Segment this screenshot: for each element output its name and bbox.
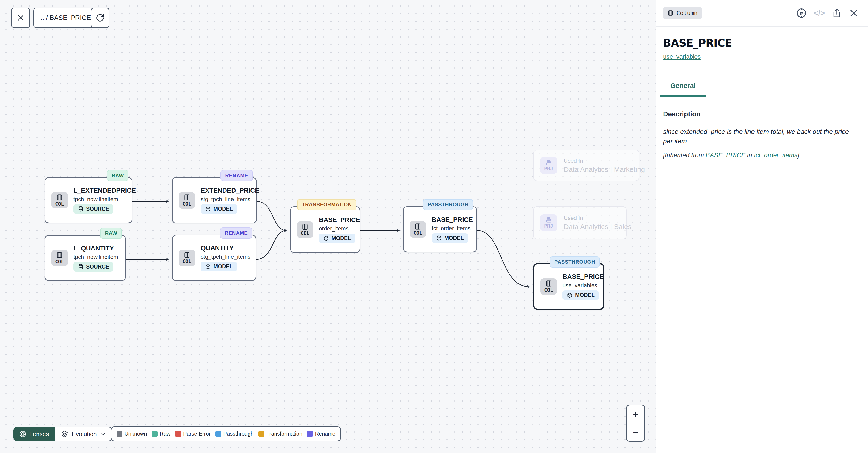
source-chip: SOURCE: [73, 262, 113, 272]
lineage-node-l-quantity[interactable]: RAW COL L_QUANTITY tpch_now.lineitem SOU…: [44, 235, 126, 281]
refresh-button[interactable]: [91, 7, 110, 28]
cube-icon: [567, 292, 573, 298]
zoom-in-button[interactable]: +: [627, 405, 644, 423]
project-kind-chip: PRJ: [540, 157, 557, 174]
share-button[interactable]: [831, 8, 842, 19]
legend-item-parse-error: Parse Error: [175, 431, 211, 437]
layers-icon: [61, 430, 68, 438]
zoom-out-button[interactable]: −: [627, 423, 644, 441]
lens-mode-dropdown[interactable]: Evolution: [55, 427, 113, 441]
stack-icon: [546, 159, 552, 166]
refresh-icon: [96, 13, 104, 22]
columns-icon: [56, 194, 63, 201]
legend-swatch: [175, 431, 181, 437]
close-icon: [17, 13, 25, 22]
close-icon: [849, 8, 859, 18]
inherited-column-link[interactable]: BASE_PRICE: [706, 152, 746, 159]
columns-icon: [302, 223, 309, 230]
legend-item-passthrough: Passthrough: [215, 431, 254, 437]
node-model: order_items: [319, 225, 349, 232]
close-panel-button[interactable]: [849, 8, 859, 18]
entity-type-badge: Column: [663, 7, 702, 19]
stack-icon: [546, 217, 552, 223]
inherited-model-link[interactable]: fct_order_items: [754, 152, 798, 159]
description-inherited: [Inherited from BASE_PRICE in fct_order_…: [663, 152, 859, 159]
cube-icon: [323, 235, 329, 241]
node-title: BASE_PRICE: [432, 216, 473, 223]
chevron-down-icon: [100, 431, 106, 437]
node-title: BASE_PRICE: [319, 216, 360, 224]
model-chip: MODEL: [201, 204, 237, 214]
panel-header-actions: </>: [796, 7, 859, 19]
lenses-control: Lenses Evolution: [13, 427, 113, 441]
column-kind-chip: COL: [51, 250, 68, 266]
aperture-icon: [19, 430, 27, 438]
used-in-node-marketing[interactable]: PRJ Used In Data Analytics | Marketing: [533, 149, 640, 181]
lenses-label: Lenses: [29, 430, 49, 438]
column-kind-chip: COL: [410, 221, 426, 237]
evolution-badge: RAW: [107, 170, 128, 181]
evolution-legend: Unknown Raw Parse Error Passthrough Tran…: [111, 426, 341, 441]
evolution-badge: PASSTHROUGH: [550, 256, 600, 267]
cube-icon: [205, 263, 211, 270]
columns-icon: [56, 252, 63, 259]
used-in-label: Used In: [564, 158, 645, 164]
close-lineage-button[interactable]: [11, 7, 30, 28]
zoom-control: + −: [626, 405, 645, 442]
tab-general[interactable]: General: [660, 82, 706, 97]
node-title: QUANTITY: [201, 244, 234, 252]
legend-swatch: [152, 431, 158, 437]
node-model: stg_tpch_line_items: [201, 254, 250, 260]
lineage-node-l-extendedprice[interactable]: RAW COL L_EXTENDEDPRICE tpch_now.lineite…: [44, 177, 132, 223]
node-model: use_variables: [562, 282, 597, 289]
model-chip: MODEL: [201, 262, 237, 271]
column-kind-chip: COL: [540, 278, 557, 295]
columns-icon: [667, 10, 674, 16]
lens-mode-label: Evolution: [72, 430, 97, 438]
panel-tabs: General: [656, 82, 868, 97]
column-kind-chip: COL: [179, 250, 195, 266]
column-title: BASE_PRICE: [663, 37, 859, 49]
lineage-node-quantity[interactable]: RENAME COL QUANTITY stg_tpch_line_items …: [172, 235, 256, 281]
lineage-node-base-price-fct-order-items[interactable]: PASSTHROUGH COL BASE_PRICE fct_order_ite…: [403, 206, 477, 252]
details-panel-header: Column </>: [656, 0, 868, 27]
lenses-button[interactable]: Lenses: [13, 427, 55, 441]
cube-icon: [205, 206, 211, 212]
node-title: L_QUANTITY: [73, 245, 114, 252]
legend-swatch: [258, 431, 264, 437]
lineage-node-extended-price[interactable]: RENAME COL EXTENDED_PRICE stg_tpch_line_…: [172, 177, 257, 223]
lineage-app: .. / BASE_PRICE RAW COL L_EXTENDEDPRICE …: [0, 0, 868, 453]
used-in-node-sales[interactable]: PRJ Used In Data Analytics | Sales: [533, 206, 627, 239]
legend-swatch: [117, 431, 122, 437]
details-panel-body: BASE_PRICE use_variables General Descrip…: [656, 27, 868, 159]
used-in-label: Used In: [564, 215, 632, 221]
evolution-badge: PASSTHROUGH: [423, 199, 473, 210]
project-kind-chip: PRJ: [540, 214, 557, 231]
used-in-name: Data Analytics | Sales: [564, 223, 632, 231]
evolution-badge: RENAME: [220, 170, 253, 181]
details-panel: Column </> BASE_PRICE use_variables Gene…: [656, 0, 868, 453]
column-kind-chip: COL: [51, 192, 68, 208]
evolution-badge: RENAME: [220, 227, 252, 239]
cube-icon: [436, 235, 442, 241]
model-chip: MODEL: [319, 233, 355, 243]
node-model: fct_order_items: [432, 225, 470, 232]
lineage-node-base-price-use-variables[interactable]: PASSTHROUGH COL BASE_PRICE use_variables…: [533, 263, 604, 310]
column-kind-chip: COL: [297, 221, 313, 238]
legend-item-unknown: Unknown: [117, 431, 147, 437]
code-icon: </>: [814, 9, 825, 18]
columns-icon: [545, 280, 552, 287]
columns-icon: [183, 194, 190, 201]
compass-icon: [796, 7, 807, 19]
evolution-badge: RAW: [100, 228, 122, 239]
lineage-canvas[interactable]: .. / BASE_PRICE RAW COL L_EXTENDEDPRICE …: [0, 0, 656, 453]
model-chip: MODEL: [432, 233, 468, 243]
node-model: tpch_now.lineitem: [73, 196, 118, 203]
explore-compass-button[interactable]: [796, 7, 807, 19]
model-link[interactable]: use_variables: [663, 53, 701, 60]
description-body: since extended_price is the line item to…: [663, 127, 859, 146]
lineage-node-base-price-order-items[interactable]: TRANSFORMATION COL BASE_PRICE order_item…: [290, 206, 361, 253]
node-title: L_EXTENDEDPRICE: [73, 187, 136, 194]
share-icon: [831, 8, 842, 19]
breadcrumb[interactable]: .. / BASE_PRICE: [33, 7, 98, 28]
